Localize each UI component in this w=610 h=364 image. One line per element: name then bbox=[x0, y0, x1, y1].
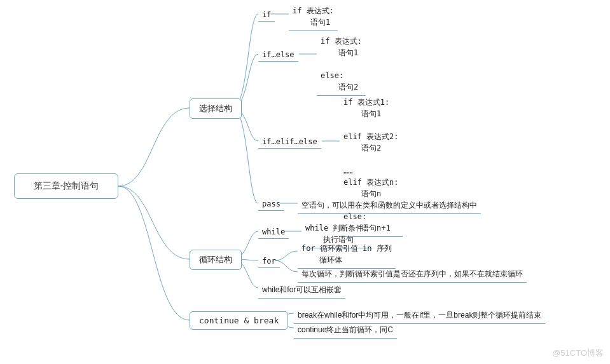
selection-label: 选择结构 bbox=[199, 104, 232, 113]
continue-break-label: continue & break bbox=[199, 316, 279, 325]
for-code: for 循环索引值 in 序列 循环体 bbox=[298, 241, 396, 269]
continue-break-node: continue & break bbox=[190, 311, 288, 330]
watermark: @51CTO博客 bbox=[552, 347, 604, 359]
if-else-code: if 表达式: 语句1 else: 语句2 bbox=[317, 34, 366, 96]
root-title: 第三章-控制语句 bbox=[34, 180, 99, 192]
for-label: for bbox=[258, 255, 280, 268]
if-else-label: if…else bbox=[258, 49, 298, 62]
for-note: 每次循环，判断循环索引值是否还在序列中，如果不在就结束循环 bbox=[298, 267, 527, 283]
loop-label: 循环结构 bbox=[199, 255, 232, 264]
continue-text: continue终止当前循环，同C bbox=[294, 323, 397, 339]
selection-node: 选择结构 bbox=[190, 98, 242, 119]
loop-nest-text: while和for可以互相嵌套 bbox=[258, 283, 345, 299]
root-node: 第三章-控制语句 bbox=[14, 173, 118, 199]
loop-node: 循环结构 bbox=[190, 250, 242, 270]
pass-text: 空语句，可以用在类和函数的定义中或者选择结构中 bbox=[298, 198, 481, 214]
pass-label: pass bbox=[258, 198, 284, 211]
while-label: while bbox=[258, 226, 289, 239]
if-code: if 表达式: 语句1 bbox=[289, 4, 338, 31]
break-text: break在while和for中均可用，一般在if里，一旦break则整个循环提… bbox=[294, 308, 545, 324]
if-label: if bbox=[258, 9, 275, 22]
if-elif-else-code: if 表达式1: 语句1 elif 表达式2: 语句2 …… elif 表达式n… bbox=[340, 95, 403, 237]
if-elif-else-label: if…elif…else bbox=[258, 136, 321, 149]
